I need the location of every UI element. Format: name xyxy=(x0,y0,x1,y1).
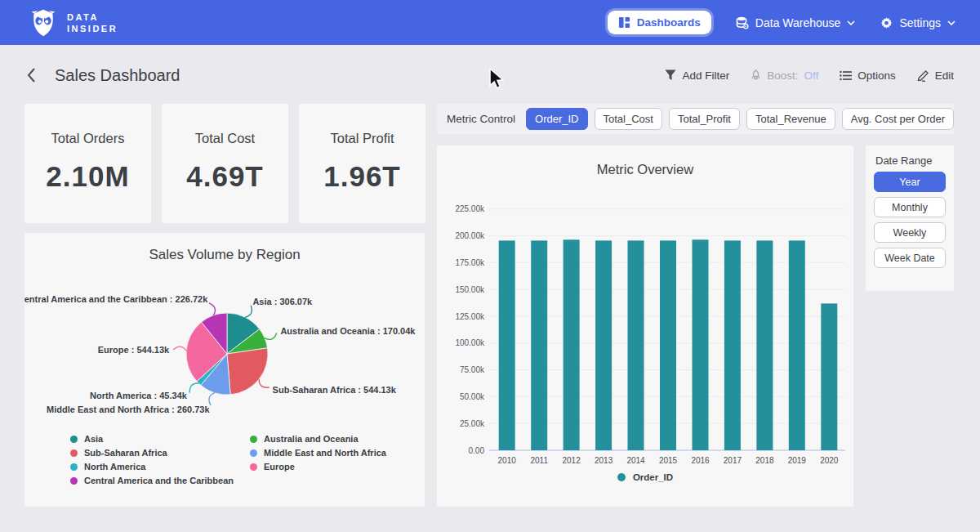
pie-chart-title: Sales Volume by Region xyxy=(24,247,425,263)
chevron-down-icon xyxy=(947,20,956,25)
legend-label: Central America and the Caribbean xyxy=(84,476,234,485)
bar-2014[interactable] xyxy=(628,240,644,450)
kpi-label: Total Orders xyxy=(24,131,151,146)
date-range-weekly[interactable]: Weekly xyxy=(874,222,946,243)
date-range-year[interactable]: Year xyxy=(874,172,946,192)
y-axis-tick: 100.00k xyxy=(455,338,485,347)
kpi-value: 2.10M xyxy=(24,160,151,193)
bar-2017[interactable] xyxy=(724,240,741,450)
legend-label: Sub-Saharan Africa xyxy=(84,448,167,458)
pie-leader-line xyxy=(209,303,215,315)
nav-data-warehouse-label: Data Warehouse xyxy=(755,16,841,29)
bar-2015[interactable] xyxy=(660,240,676,450)
pie-slice-sub-saharan-africa[interactable] xyxy=(227,348,268,395)
pie-legend-item[interactable]: Central America and the Caribbean xyxy=(70,476,229,485)
legend-label: Order_ID xyxy=(633,472,673,482)
add-filter-button[interactable]: Add Filter xyxy=(665,69,729,82)
boost-toggle[interactable]: Boost: Off xyxy=(751,69,818,82)
pie-legend-item[interactable]: Australia and Oceania xyxy=(250,434,386,444)
pie-chart-legend: AsiaSub-Saharan AfricaNorth AmericaCentr… xyxy=(70,434,386,485)
bar-chart-title: Metric Overview xyxy=(437,162,853,177)
nav-dashboards-label: Dashboards xyxy=(637,16,701,29)
bar-2012[interactable] xyxy=(564,239,580,450)
kpi-card-total-cost: Total Cost4.69T xyxy=(162,104,288,223)
bar-2016[interactable] xyxy=(693,239,709,450)
pie-legend-item[interactable]: Sub-Saharan Africa xyxy=(70,448,229,458)
x-axis-tick: 2011 xyxy=(530,456,548,465)
kpi-label: Total Cost xyxy=(162,131,288,146)
metric-option-total-cost[interactable]: Total_Cost xyxy=(595,108,662,130)
brand-logo[interactable]: DATA INSIDER xyxy=(28,7,118,38)
nav-settings-label: Settings xyxy=(899,16,941,29)
bar-2013[interactable] xyxy=(595,240,612,450)
x-axis-tick: 2013 xyxy=(595,456,613,465)
chevron-left-icon xyxy=(26,67,37,83)
edit-button[interactable]: Edit xyxy=(917,69,954,82)
bar-2019[interactable] xyxy=(789,240,805,450)
kpi-label: Total Profit xyxy=(299,131,425,146)
chevron-down-icon xyxy=(847,20,855,25)
date-range-week-date[interactable]: Week Date xyxy=(874,248,946,268)
pie-leader-line xyxy=(173,346,186,351)
pie-legend-item[interactable]: Middle East and North Africa xyxy=(250,448,386,458)
nav-data-warehouse[interactable]: Data Warehouse xyxy=(736,16,856,29)
kpi-value: 4.69T xyxy=(162,160,288,193)
x-axis-tick: 2017 xyxy=(724,456,742,465)
nav-settings[interactable]: Settings xyxy=(880,16,956,29)
y-axis-tick: 75.00k xyxy=(460,365,485,374)
options-button[interactable]: Options xyxy=(840,69,896,82)
metric-option-total-profit[interactable]: Total_Profit xyxy=(669,108,740,130)
date-range-buttons: YearMonthlyWeeklyWeek Date xyxy=(866,172,954,268)
pie-legend-column: AsiaSub-Saharan AfricaNorth AmericaCentr… xyxy=(70,434,229,485)
legend-dot xyxy=(70,463,78,471)
bar-2020[interactable] xyxy=(821,303,837,450)
bar-chart-legend[interactable]: Order_ID xyxy=(437,472,853,482)
metric-option-order-id[interactable]: Order_ID xyxy=(526,108,587,130)
metric-control-label: Metric Control xyxy=(447,113,515,125)
legend-label: Australia and Oceania xyxy=(264,434,359,444)
y-axis-tick: 225.00k xyxy=(455,204,485,213)
pie-leader-line xyxy=(189,383,198,393)
sales-volume-panel: Sales Volume by Region Asia : 306.07kAus… xyxy=(24,233,425,507)
rocket-icon xyxy=(751,69,761,82)
gear-icon xyxy=(880,16,893,29)
page-title: Sales Dashboard xyxy=(55,66,180,85)
metric-control-strip: Metric Control Order_IDTotal_CostTotal_P… xyxy=(437,104,954,134)
dashboard-header: Sales Dashboard Add Filter Boost: Off Op… xyxy=(0,59,980,92)
pie-leader-line xyxy=(259,379,270,387)
y-axis-tick: 50.00k xyxy=(460,392,485,401)
legend-dot xyxy=(70,436,78,443)
metric-option-avg--cost-per-order[interactable]: Avg. Cost per Order xyxy=(842,108,954,130)
back-button[interactable] xyxy=(26,67,37,83)
pie-label: Europe : 544.13k xyxy=(98,345,170,355)
list-icon xyxy=(840,70,852,81)
y-axis-tick: 125.00k xyxy=(455,312,485,321)
pie-label: North America : 45.34k xyxy=(90,391,188,400)
date-range-title: Date Range xyxy=(866,145,954,167)
nav-dashboards-button[interactable]: Dashboards xyxy=(608,11,711,34)
pie-label: Asia : 306.07k xyxy=(252,297,313,306)
pie-legend-item[interactable]: North America xyxy=(70,462,229,472)
metric-option-total-revenue[interactable]: Total_Revenue xyxy=(746,108,835,130)
x-axis-tick: 2020 xyxy=(820,456,839,465)
bar-2018[interactable] xyxy=(756,240,773,450)
bar-2011[interactable] xyxy=(531,240,547,450)
legend-label: North America xyxy=(84,462,145,472)
database-icon xyxy=(736,16,749,29)
legend-dot xyxy=(250,463,257,471)
y-axis-tick: 175.00k xyxy=(455,258,485,267)
date-range-monthly[interactable]: Monthly xyxy=(874,197,946,217)
metric-overview-panel: Metric Overview 0.0025.00k50.00k75.00k10… xyxy=(437,145,853,507)
x-axis-tick: 2016 xyxy=(691,456,710,465)
y-axis-tick: 0.00 xyxy=(469,446,485,455)
pie-leader-line xyxy=(265,333,277,339)
bar-2010[interactable] xyxy=(499,240,515,450)
dashboard-grid-icon xyxy=(618,16,630,29)
funnel-icon xyxy=(665,69,676,81)
pie-legend-item[interactable]: Europe xyxy=(250,462,386,472)
legend-label: Asia xyxy=(84,434,103,444)
legend-label: Europe xyxy=(264,462,295,472)
pie-legend-item[interactable]: Asia xyxy=(70,434,229,444)
boost-status: Off xyxy=(804,69,818,82)
x-axis-tick: 2012 xyxy=(562,456,581,465)
